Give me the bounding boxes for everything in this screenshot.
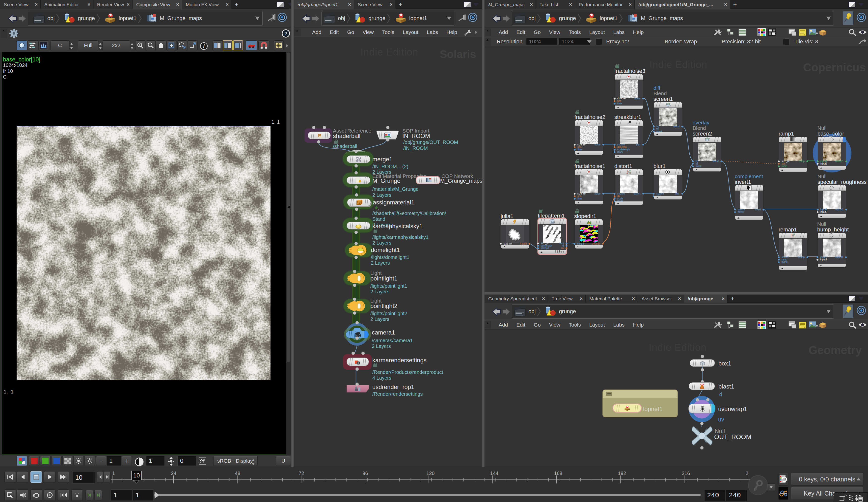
svg-text:i: i: [203, 43, 205, 49]
svg-text:?: ?: [285, 31, 287, 36]
